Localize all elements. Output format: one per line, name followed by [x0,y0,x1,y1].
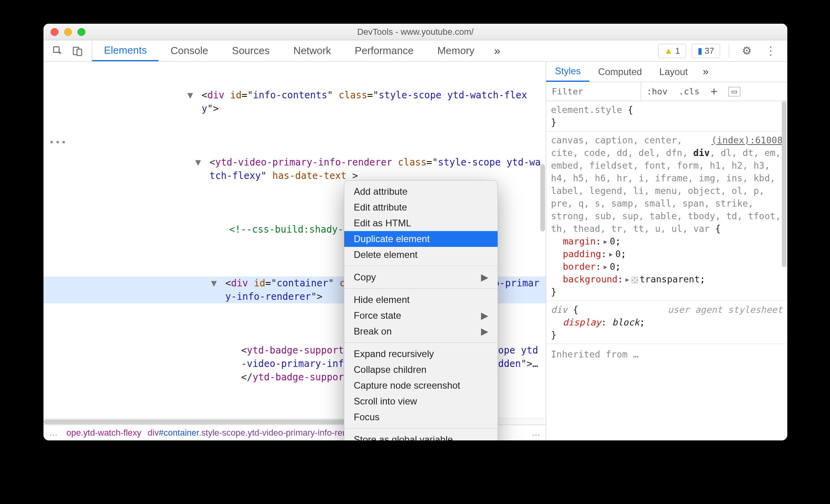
context-menu-item[interactable]: Store as global variable [344,432,498,440]
menu-separator [344,266,498,266]
style-rule-ua: user agent stylesheet div { display: blo… [546,301,787,344]
inspect-element-icon[interactable] [52,45,63,56]
tab-memory[interactable]: Memory [425,40,486,61]
inherited-heading: Inherited from … [546,344,787,365]
settings-gear-icon[interactable]: ⚙ [738,44,756,57]
cls-button[interactable]: .cls [673,87,705,96]
submenu-arrow-icon: ▶ [481,272,488,283]
tab-elements[interactable]: Elements [92,40,158,61]
new-style-rule-button[interactable]: + [705,85,723,98]
source-link[interactable]: (index):61008 [711,134,783,147]
computed-styles-toggle-icon[interactable]: ▭ [728,87,740,96]
subtab-computed[interactable]: Computed [589,62,651,82]
titlebar: DevTools - www.youtube.com/ [43,24,787,40]
svg-rect-2 [77,49,82,55]
tab-sources[interactable]: Sources [220,40,281,61]
context-menu-item[interactable]: Delete element [344,247,498,263]
svg-rect-0 [54,47,59,52]
style-rule: element.style { } [546,101,787,132]
styles-filter-input[interactable] [546,82,641,101]
styles-scrollbar[interactable] [782,101,787,267]
context-menu-item[interactable]: Capture node screenshot [344,378,498,393]
panel-tabbar: Elements Console Sources Network Perform… [43,40,787,62]
context-menu-item[interactable]: Edit attribute [344,199,498,215]
comment-node: <!--css-build:shady--> [229,224,355,235]
warnings-count: 1 [675,46,680,56]
context-menu-item[interactable]: Duplicate element [344,231,498,247]
window-title: DevTools - www.youtube.com/ [43,27,787,37]
context-menu-item[interactable]: Break on▶ [344,323,498,339]
breadcrumb-right-ellipsis[interactable]: … [526,428,546,438]
devtools-window: DevTools - www.youtube.com/ Elements Con… [43,24,787,440]
context-menu: Add attributeEdit attributeEdit as HTMLD… [344,180,498,440]
device-toolbar-icon[interactable] [72,45,83,56]
warnings-badge[interactable]: ▲ 1 [658,44,686,58]
menu-separator [344,342,498,343]
context-menu-item[interactable]: Expand recursively [344,346,498,362]
toolbar-right: ▲ 1 ▮ 37 ⚙ ⋮ [658,40,787,61]
styles-list[interactable]: element.style { } (index):61008 canvas, … [546,101,787,440]
sidebar-tabs: Styles Computed Layout » [546,62,787,82]
context-menu-item[interactable]: Hide element [344,292,498,308]
inspect-controls [43,40,92,61]
more-menu-icon[interactable]: ⋮ [761,44,780,57]
context-menu-item[interactable]: Copy▶ [344,269,498,285]
context-menu-item[interactable]: Focus [344,409,498,425]
separator [729,44,729,58]
context-menu-item[interactable]: Edit as HTML [344,215,498,231]
messages-count: 37 [705,46,714,56]
submenu-arrow-icon: ▶ [481,310,488,321]
submenu-arrow-icon: ▶ [481,326,488,337]
message-icon: ▮ [698,46,702,56]
context-menu-item[interactable]: Force state▶ [344,308,498,323]
tab-console[interactable]: Console [158,40,220,61]
gutter-ellipsis-icon[interactable]: ••• [49,136,67,149]
vertical-scrollbar[interactable] [540,164,545,231]
context-menu-item[interactable]: Add attribute [344,184,498,199]
menu-separator [344,288,498,289]
color-swatch-icon[interactable] [632,277,638,283]
tab-network[interactable]: Network [281,40,343,61]
context-menu-item[interactable]: Scroll into view [344,393,498,409]
panel-tabs: Elements Console Sources Network Perform… [92,40,508,61]
breadcrumb-segment[interactable]: ope.ytd-watch-flexy [63,428,145,438]
subtab-styles[interactable]: Styles [546,62,589,82]
styles-panel: Styles Computed Layout » :hov .cls + ▭ e… [546,62,787,440]
warning-icon: ▲ [664,46,673,56]
context-menu-item[interactable]: Collapse children [344,362,498,378]
hov-button[interactable]: :hov [641,87,673,96]
messages-badge[interactable]: ▮ 37 [692,44,720,58]
style-rule: (index):61008 canvas, caption, center, c… [546,132,787,301]
tab-performance[interactable]: Performance [343,40,426,61]
breadcrumb-segment-active[interactable]: div#container.style-scope.ytd-video-prim… [148,428,368,438]
tabs-overflow-icon[interactable]: » [486,40,508,61]
breadcrumb-left-ellipsis[interactable]: … [43,428,63,438]
styles-toolbar: :hov .cls + ▭ [546,82,787,101]
menu-separator [344,428,498,429]
subtab-layout[interactable]: Layout [651,62,696,82]
subtabs-overflow-icon[interactable]: » [696,66,715,78]
